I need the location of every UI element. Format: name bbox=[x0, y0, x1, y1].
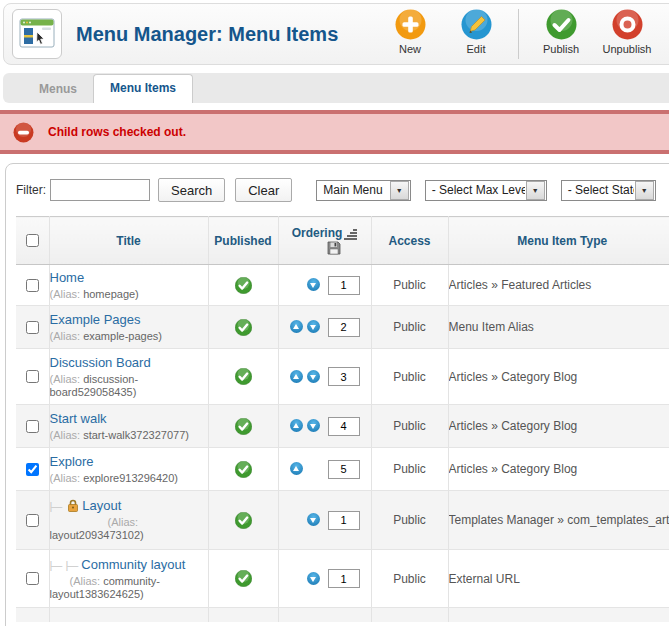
menu-item-alias: (Alias: start-walk372327077) bbox=[50, 429, 208, 442]
column-access[interactable]: Access bbox=[371, 217, 448, 265]
column-published[interactable]: Published bbox=[208, 217, 278, 265]
state-select[interactable]: - Select State - ▼ bbox=[561, 180, 656, 201]
menu-select[interactable]: Main Menu ▼ bbox=[316, 180, 410, 201]
unpublish-button[interactable]: Unpublish bbox=[601, 9, 653, 55]
published-check-icon[interactable] bbox=[235, 570, 252, 587]
ordering-input[interactable] bbox=[328, 511, 360, 530]
alert-banner: Child rows checked out. bbox=[0, 110, 669, 154]
chevron-down-icon: ▼ bbox=[635, 181, 654, 200]
published-check-icon[interactable] bbox=[235, 368, 252, 385]
menu-manager-icon bbox=[17, 14, 57, 54]
row-checkbox[interactable] bbox=[26, 370, 39, 383]
move-up-icon[interactable] bbox=[290, 320, 303, 333]
ordering-input[interactable] bbox=[328, 367, 360, 386]
clear-button[interactable]: Clear bbox=[235, 178, 292, 202]
published-check-icon[interactable] bbox=[235, 461, 252, 478]
page-title: Menu Manager: Menu Items bbox=[76, 23, 384, 46]
tree-indent: |— bbox=[50, 500, 62, 512]
ordering-input[interactable] bbox=[328, 318, 360, 337]
move-down-icon[interactable] bbox=[307, 572, 320, 585]
published-check-icon[interactable] bbox=[235, 319, 252, 336]
filter-label: Filter: bbox=[16, 183, 46, 197]
select-all-checkbox[interactable] bbox=[26, 234, 39, 247]
edit-button-label: Edit bbox=[467, 43, 486, 55]
menu-item-link[interactable]: Discussion Board bbox=[50, 355, 151, 370]
alert-message: Child rows checked out. bbox=[48, 125, 186, 139]
toolbar: New Edit Publish bbox=[384, 9, 669, 59]
menu-manager-logo bbox=[12, 9, 62, 59]
filter-bar: Filter: Search Clear Main Menu ▼ - Selec… bbox=[16, 178, 669, 202]
move-up-icon[interactable] bbox=[290, 462, 303, 475]
tab-menu-items[interactable]: Menu Items bbox=[93, 74, 193, 103]
column-menu-item-type[interactable]: Menu Item Type bbox=[448, 217, 669, 265]
table-row: |— |—Community layout(Alias: community-l… bbox=[16, 550, 669, 608]
table-row: Discussion Board(Alias: discussion-board… bbox=[16, 349, 669, 405]
access-level: Public bbox=[371, 405, 448, 448]
menu-item-alias: (Alias: homepage) bbox=[50, 288, 208, 301]
column-ordering[interactable]: Ordering bbox=[278, 217, 371, 265]
row-checkbox[interactable] bbox=[26, 514, 39, 527]
menu-item-link[interactable]: Start walk bbox=[50, 411, 107, 426]
row-checkbox[interactable] bbox=[26, 420, 39, 433]
filter-input[interactable] bbox=[50, 179, 150, 201]
sort-icon bbox=[344, 229, 357, 240]
move-down-icon[interactable] bbox=[307, 370, 320, 383]
table-row: Home(Alias: homepage)PublicArticles » Fe… bbox=[16, 265, 669, 306]
menu-item-type: Articles » Category Blog bbox=[448, 405, 669, 448]
new-button-label: New bbox=[399, 43, 421, 55]
table-row: Example Pages(Alias: example-pages)Publi… bbox=[16, 306, 669, 349]
edit-button[interactable]: Edit bbox=[450, 9, 502, 55]
menu-item-type: Articles » Category Blog bbox=[448, 349, 669, 405]
move-down-icon[interactable] bbox=[307, 513, 320, 526]
max-levels-select[interactable]: - Select Max Levels - ▼ bbox=[425, 180, 547, 201]
menu-item-type: Articles » Category Blog bbox=[448, 448, 669, 491]
row-checkbox[interactable] bbox=[26, 572, 39, 585]
column-title[interactable]: Title bbox=[49, 217, 208, 265]
ordering-input[interactable] bbox=[328, 417, 360, 436]
alert-minus-icon bbox=[13, 122, 34, 143]
row-checkbox[interactable] bbox=[26, 463, 39, 476]
toolbar-separator bbox=[518, 9, 519, 59]
menu-item-link[interactable]: Example Pages bbox=[50, 312, 141, 327]
ordering-input[interactable] bbox=[328, 276, 360, 295]
menu-item-type: External URL bbox=[448, 550, 669, 608]
edit-pencil-icon bbox=[461, 9, 492, 40]
published-check-icon[interactable] bbox=[235, 512, 252, 529]
menu-item-link[interactable]: Layout bbox=[82, 498, 121, 513]
menu-item-link[interactable]: Explore bbox=[50, 454, 94, 469]
move-down-icon[interactable] bbox=[307, 320, 320, 333]
move-down-icon[interactable] bbox=[307, 419, 320, 432]
ordering-input[interactable] bbox=[328, 460, 360, 479]
table-row bbox=[16, 608, 669, 622]
move-up-icon[interactable] bbox=[290, 419, 303, 432]
access-level: Public bbox=[371, 265, 448, 306]
published-check-icon[interactable] bbox=[235, 418, 252, 435]
new-button[interactable]: New bbox=[384, 9, 436, 55]
menu-item-alias: (Alias: explore913296420) bbox=[50, 472, 208, 485]
ordering-input[interactable] bbox=[328, 569, 360, 588]
app-header: Menu Manager: Menu Items New Edit bbox=[3, 3, 669, 65]
row-checkbox[interactable] bbox=[26, 321, 39, 334]
publish-button[interactable]: Publish bbox=[535, 9, 587, 55]
tree-indent: |— |— bbox=[50, 559, 78, 571]
main-panel: Filter: Search Clear Main Menu ▼ - Selec… bbox=[5, 163, 669, 626]
menu-item-link[interactable]: Community layout bbox=[81, 557, 185, 572]
published-check-icon[interactable] bbox=[235, 277, 252, 294]
new-plus-icon bbox=[395, 9, 426, 40]
table-row: Explore(Alias: explore913296420)PublicAr… bbox=[16, 448, 669, 491]
row-checkbox[interactable] bbox=[26, 279, 39, 292]
unpublish-circle-icon bbox=[612, 9, 643, 40]
move-up-icon[interactable] bbox=[290, 370, 303, 383]
menu-item-type: Articles » Featured Articles bbox=[448, 265, 669, 306]
save-order-icon[interactable] bbox=[327, 241, 341, 255]
tab-bar: Menus Menu Items bbox=[3, 73, 669, 103]
menu-item-alias: (Alias: example-pages) bbox=[50, 330, 208, 343]
menu-item-alias: (Alias: discussion-board529058435) bbox=[50, 373, 208, 399]
chevron-down-icon: ▼ bbox=[526, 181, 545, 200]
move-down-icon[interactable] bbox=[307, 278, 320, 291]
search-button[interactable]: Search bbox=[158, 178, 225, 202]
table-row: Start walk(Alias: start-walk372327077)Pu… bbox=[16, 405, 669, 448]
tab-menus[interactable]: Menus bbox=[23, 76, 93, 103]
menu-items-table: Title Published Ordering bbox=[16, 216, 669, 622]
menu-item-link[interactable]: Home bbox=[50, 270, 85, 285]
